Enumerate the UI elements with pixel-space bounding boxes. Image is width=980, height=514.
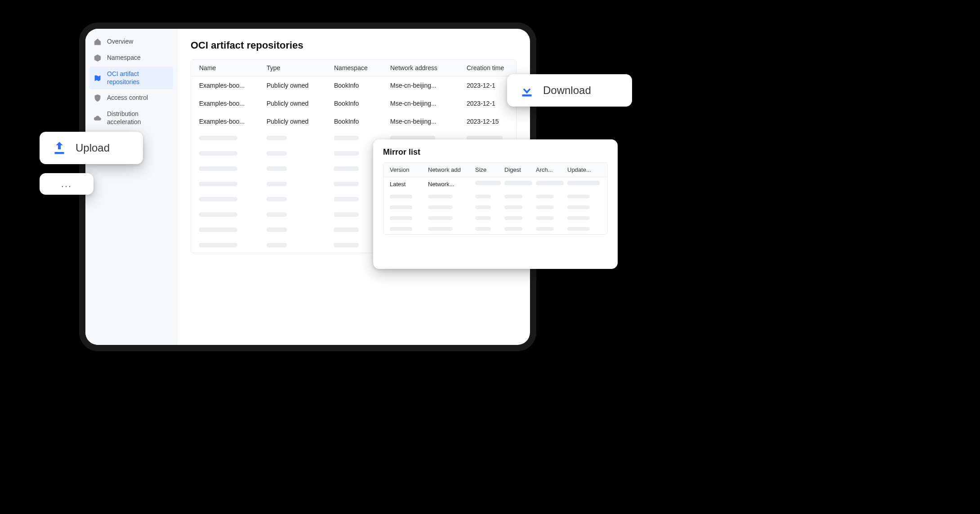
mirror-title: Mirror list: [383, 147, 608, 157]
cell-type: Publicly owned: [267, 100, 334, 107]
skeleton-cell: [475, 181, 501, 185]
skeleton-cell: [536, 181, 564, 185]
more-icon: ...: [61, 178, 72, 190]
table-row[interactable]: Examples-boo... Publicly owned BookInfo …: [191, 112, 516, 130]
skeleton-row: [383, 223, 607, 234]
col-version: Version: [390, 166, 428, 173]
upload-card[interactable]: Upload: [40, 132, 143, 164]
page-title: OCI artifact repositories: [191, 40, 517, 51]
hexagon-icon: [94, 54, 102, 62]
sidebar-item-label: OCI artifact repositories: [107, 70, 169, 86]
skeleton-cell: [567, 181, 600, 185]
sidebar-item-label: Distribution acceleration: [107, 110, 169, 126]
col-name: Name: [199, 64, 267, 72]
col-updated: Update...: [567, 166, 603, 173]
cell-version: Latest: [390, 181, 428, 188]
cell-namespace: BookInfo: [334, 100, 390, 107]
skeleton-row: [383, 202, 607, 213]
skeleton-row: [383, 213, 607, 223]
cell-network: Mse-cn-beijing...: [390, 82, 467, 89]
table-header: Name Type Namespace Network address Crea…: [191, 60, 516, 76]
skeleton-row: [383, 191, 607, 202]
cell-namespace: BookInfo: [334, 118, 390, 125]
sidebar-item-distribution-acceleration[interactable]: Distribution acceleration: [89, 107, 173, 130]
download-icon: [519, 82, 535, 98]
upload-label: Upload: [76, 142, 110, 154]
cell-type: Publicly owned: [267, 82, 334, 89]
col-type: Type: [267, 64, 334, 72]
mirror-table: Version Network add Size Digest Arch... …: [383, 162, 608, 235]
shield-icon: [94, 94, 102, 102]
table-row[interactable]: Examples-boo... Publicly owned BookInfo …: [191, 94, 516, 112]
col-network: Network address: [390, 64, 467, 72]
mirror-header: Version Network add Size Digest Arch... …: [383, 163, 607, 177]
sidebar-item-overview[interactable]: Overview: [89, 34, 173, 49]
col-size: Size: [475, 166, 504, 173]
mirror-panel: Mirror list Version Network add Size Dig…: [373, 139, 618, 269]
col-arch: Arch...: [536, 166, 567, 173]
sidebar-item-namespace[interactable]: Namespace: [89, 50, 173, 66]
cell-name: Examples-boo...: [199, 100, 267, 107]
sidebar-item-label: Access control: [107, 94, 169, 102]
sidebar-item-oci-repositories[interactable]: OCI artifact repositories: [89, 67, 173, 89]
cell-created: 2023-12-15: [467, 118, 516, 125]
cloud-icon: [94, 114, 102, 122]
cell-network: Network...: [428, 181, 475, 188]
download-card[interactable]: Download: [507, 74, 632, 107]
cell-name: Examples-boo...: [199, 82, 267, 89]
cell-network: Mse-cn-beijing...: [390, 118, 467, 125]
cell-type: Publicly owned: [267, 118, 334, 125]
col-namespace: Namespace: [334, 64, 390, 72]
more-card[interactable]: ...: [40, 173, 94, 195]
mirror-row[interactable]: Latest Network...: [383, 177, 607, 191]
upload-icon: [51, 140, 67, 156]
sidebar: Overview Namespace OCI artifact reposito…: [85, 29, 177, 345]
sidebar-item-label: Overview: [107, 38, 169, 46]
cell-network: Mse-cn-beijing...: [390, 100, 467, 107]
sidebar-item-label: Namespace: [107, 54, 169, 62]
cell-name: Examples-boo...: [199, 118, 267, 125]
cell-namespace: BookInfo: [334, 82, 390, 89]
col-network: Network add: [428, 166, 475, 173]
table-row[interactable]: Examples-boo... Publicly owned BookInfo …: [191, 76, 516, 94]
map-icon: [94, 74, 102, 82]
home-icon: [94, 38, 102, 46]
sidebar-item-access-control[interactable]: Access control: [89, 90, 173, 106]
download-label: Download: [543, 84, 591, 97]
col-digest: Digest: [504, 166, 536, 173]
col-created: Creation time: [467, 64, 516, 72]
skeleton-cell: [504, 181, 532, 185]
